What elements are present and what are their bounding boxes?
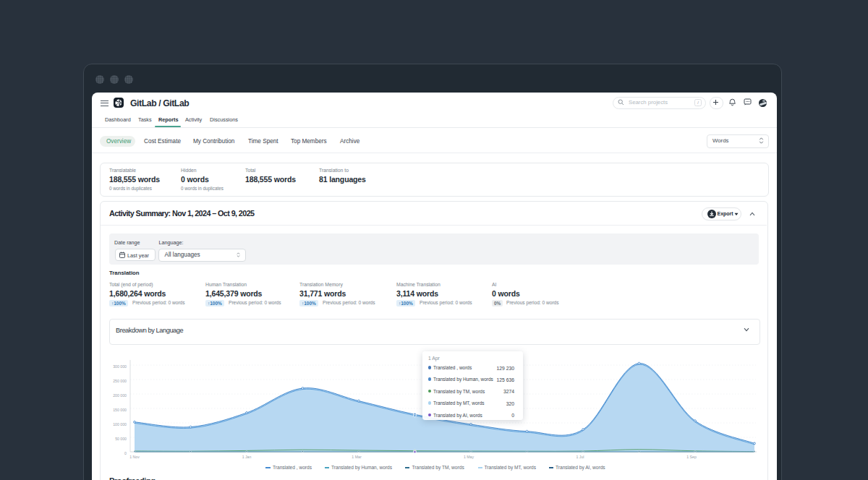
svg-text:1 Mar: 1 Mar [352,455,362,459]
svg-text:1 Jul: 1 Jul [576,455,584,459]
svg-text:0: 0 [124,451,127,455]
svg-text:50 000: 50 000 [115,437,127,441]
svg-text:100 000: 100 000 [113,422,127,427]
svg-text:200 000: 200 000 [113,393,127,398]
svg-text:250 000: 250 000 [113,379,127,383]
svg-text:1 Jan: 1 Jan [242,455,252,459]
svg-text:150 000: 150 000 [113,408,127,412]
svg-text:1 Sep: 1 Sep [686,455,697,459]
svg-text:1 May: 1 May [464,455,475,459]
svg-text:300 000: 300 000 [113,364,127,369]
svg-text:1 Nov: 1 Nov [129,455,140,459]
